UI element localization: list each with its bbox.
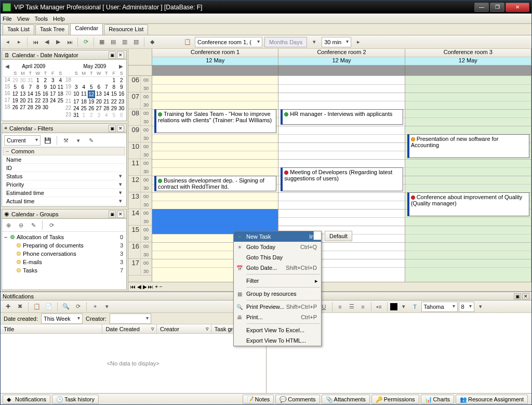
calendar-day[interactable]: 20	[19, 97, 27, 104]
calendar-day[interactable]: 14	[26, 90, 34, 97]
time-selection[interactable]	[152, 209, 278, 234]
calendar-day[interactable]: 1	[110, 77, 118, 84]
menu-tools[interactable]: Tools	[34, 16, 48, 22]
calendar-day[interactable]: 2	[88, 112, 96, 119]
panel-pin-icon[interactable]: ▣	[109, 125, 116, 132]
appointment[interactable]: Conference about improvement of Quality …	[407, 192, 529, 216]
calendar-day[interactable]	[49, 104, 57, 111]
grid-btn-1[interactable]: ▦	[97, 37, 107, 47]
calendar-day[interactable]: 23	[118, 98, 126, 105]
align-right-button[interactable]: ≡	[358, 302, 368, 312]
filter-preset-combo[interactable]: Current	[4, 135, 41, 146]
nav-prev-icon[interactable]: ◀	[137, 284, 141, 290]
interval-next[interactable]: ▸	[353, 37, 364, 47]
group-item[interactable]: Tasks7	[3, 266, 125, 275]
filter-tool-1[interactable]: ⚒	[61, 135, 71, 146]
calendar-day[interactable]: 13	[19, 90, 27, 97]
appointment[interactable]: Business development dep. - Signing of c…	[154, 176, 276, 191]
tab-resource-list[interactable]: Resource List	[104, 24, 148, 35]
calendar-day[interactable]: 16	[42, 90, 49, 97]
bottom-tab-notifications[interactable]: ◆Notifications	[3, 395, 50, 404]
menu-item[interactable]: ☀Goto TodayCtrl+Q	[234, 242, 321, 252]
minimize-button[interactable]: —	[474, 3, 489, 12]
panel-close-icon[interactable]: ✕	[522, 293, 529, 299]
menu-item[interactable]: 🖶Print...Ctrl+P	[234, 312, 321, 322]
calendar-day[interactable]: 21	[26, 97, 34, 104]
date-created-combo[interactable]: This Week	[41, 313, 83, 324]
calendar-day[interactable]: 4	[57, 77, 64, 84]
calendar-day[interactable]: 16	[118, 90, 126, 98]
calendar-day[interactable]: 11	[80, 90, 88, 98]
color-dropdown-icon[interactable]: ▾	[398, 302, 409, 312]
menu-item[interactable]: 🔍Print Preview...Shift+Ctrl+P	[234, 302, 321, 312]
calendar-day[interactable]: 25	[57, 97, 64, 104]
calendar-day[interactable]: 5	[88, 84, 96, 90]
allday-cell[interactable]	[152, 66, 278, 75]
next-month-icon[interactable]: ▶	[119, 63, 123, 69]
calendar-day[interactable]: 20	[95, 98, 103, 105]
nav-next-button[interactable]: ▶	[53, 37, 63, 47]
calendar-day[interactable]: 15	[34, 90, 42, 97]
tab-calendar[interactable]: Calendar	[70, 23, 103, 35]
menu-item[interactable]: Filter▸	[234, 276, 321, 286]
calendar-day[interactable]: 22	[110, 98, 118, 105]
calendar-day[interactable]: 30	[42, 104, 49, 111]
calendar-day[interactable]: 31	[73, 112, 81, 119]
calendar-day[interactable]: 26	[88, 105, 96, 112]
bottom-tab-attachments[interactable]: 📎Attachments	[322, 395, 370, 404]
menu-item[interactable]: Export View To HTML...	[234, 335, 321, 346]
color-swatch[interactable]	[390, 303, 397, 310]
menu-item[interactable]: ✦New TaskIns	[234, 231, 321, 242]
calendar-day[interactable]: 8	[34, 84, 42, 90]
calendar-day[interactable]: 2	[42, 77, 49, 84]
calendar-day[interactable]: 9	[42, 84, 49, 90]
calendar-day[interactable]: 5	[110, 112, 118, 119]
grid-btn-4[interactable]: ▧	[131, 37, 141, 47]
calendar-day[interactable]: 10	[49, 84, 57, 90]
notif-tool[interactable]: 🔍	[61, 302, 71, 312]
calendar-day[interactable]: 25	[80, 105, 88, 112]
notif-tool[interactable]: ⌖	[90, 302, 100, 312]
calendar-day[interactable]	[73, 77, 81, 84]
nav-last-icon[interactable]: ⏭	[148, 284, 153, 290]
calendar-day[interactable]: 14	[103, 90, 111, 98]
menu-view[interactable]: View	[17, 16, 30, 22]
group-item[interactable]: Preparing of documents3	[3, 241, 125, 250]
calendar-day[interactable]: 12	[11, 90, 19, 97]
filter-section-common[interactable]: Common	[3, 147, 125, 155]
filter-row[interactable]: Estimated time▾	[3, 189, 125, 197]
nav-first-button[interactable]: ⏮	[30, 37, 41, 47]
filter-row[interactable]: Actual time▾	[3, 197, 125, 205]
calendar-day[interactable]: 1	[34, 77, 42, 84]
tab-task-list[interactable]: Task List	[3, 24, 34, 35]
calendar-day[interactable]: 4	[80, 84, 88, 90]
scale-dropdown-icon[interactable]: ▾	[309, 37, 320, 47]
align-center-button[interactable]: ☰	[347, 302, 357, 312]
grp-tool-4[interactable]: ⟳	[46, 220, 57, 230]
appointment[interactable]: Meeting of Developers (Regarding latest …	[281, 167, 403, 191]
bottom-tab-permissions[interactable]: 🔑Permissions	[371, 395, 419, 404]
history-fwd-button[interactable]: ▸	[14, 37, 24, 47]
filter-row[interactable]: Priority▾	[3, 180, 125, 189]
menu-item[interactable]: Goto This Day	[234, 252, 321, 263]
tool-btn-a[interactable]: ◆	[147, 37, 157, 47]
filter-save-icon[interactable]: 💾	[43, 135, 53, 146]
panel-close-icon[interactable]: ✕	[117, 125, 124, 132]
menu-item[interactable]: ▦Group by resources	[234, 289, 321, 299]
calendar-day[interactable]: 31	[26, 77, 34, 84]
calendar-day[interactable]	[80, 77, 88, 84]
menu-file[interactable]: File	[3, 16, 12, 22]
bottom-tab-notes[interactable]: 📝Notes	[243, 395, 274, 404]
group-item[interactable]: Phone conversations3	[3, 250, 125, 258]
bottom-tab-task-history[interactable]: 🕓Task history	[52, 395, 99, 404]
calendar-day[interactable]: 6	[118, 112, 126, 119]
grp-tool-1[interactable]: ⊕	[3, 220, 14, 230]
notif-tool[interactable]: 📄	[44, 302, 54, 312]
group-item[interactable]: E-mails3	[3, 258, 125, 266]
calendar-day[interactable]: 6	[19, 84, 27, 90]
calendar-day[interactable]: 18	[57, 90, 64, 97]
calendar-day[interactable]	[57, 104, 64, 111]
filter-row[interactable]: Status▾	[3, 172, 125, 180]
remove-icon[interactable]: −	[159, 284, 163, 290]
menu-help[interactable]: Help	[53, 16, 65, 22]
